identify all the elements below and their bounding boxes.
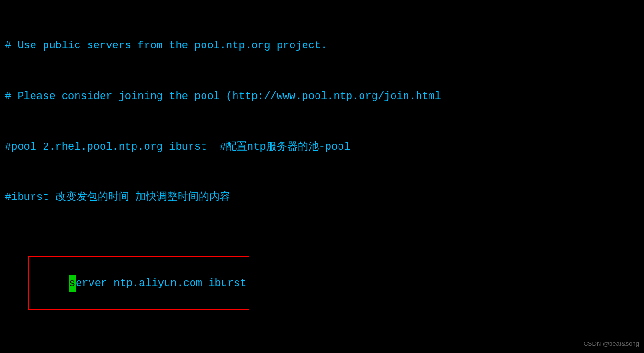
watermark-text: CSDN @bear&song — [583, 339, 639, 349]
line-1: # Use public servers from the pool.ntp.o… — [5, 37, 639, 54]
highlight-box: server ntp.aliyun.com iburst — [28, 256, 249, 311]
line-4: #iburst 改变发包的时间 加快调整时间的内容 — [5, 189, 639, 206]
code-editor: # Use public servers from the pool.ntp.o… — [5, 4, 639, 353]
text-cursor: s — [69, 275, 76, 292]
line-2: # Please consider joining the pool (http… — [5, 88, 639, 105]
line-5-highlighted: server ntp.aliyun.com iburst — [5, 240, 639, 328]
line-3: #pool 2.rhel.pool.ntp.org iburst #配置ntp服… — [5, 139, 639, 155]
